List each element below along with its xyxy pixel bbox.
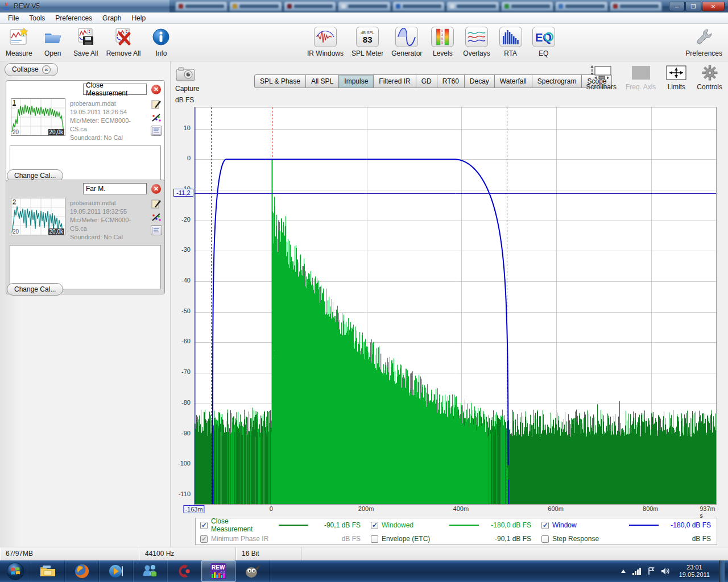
- tray-expand-icon[interactable]: [620, 568, 627, 574]
- menu-preferences[interactable]: Preferences: [51, 13, 97, 23]
- legend-checkbox-step-response[interactable]: [541, 535, 549, 543]
- info-icon: [151, 26, 171, 48]
- gear-icon: [701, 64, 718, 81]
- legend-checkbox-envelope-etc[interactable]: [371, 535, 378, 543]
- taskbar-explorer-button[interactable]: [31, 560, 65, 582]
- eq-button[interactable]: EQ EQ: [531, 26, 556, 57]
- measurement-card-2[interactable]: Far M. ✕ 2 20 20,0k proberaum.mdat: [6, 180, 165, 294]
- tab-spl-phase[interactable]: SPL & Phase: [254, 74, 306, 88]
- generator-button[interactable]: Generator: [391, 26, 422, 57]
- remove-measurement-icon[interactable]: ✕: [151, 85, 161, 94]
- action-center-flag-icon[interactable]: [647, 567, 655, 575]
- restore-button[interactable]: ❐: [685, 2, 701, 11]
- x-tick-label[interactable]: -163m: [183, 505, 204, 513]
- measure-button[interactable]: Measure: [6, 26, 32, 57]
- tab-decay[interactable]: Decay: [465, 74, 495, 88]
- tab-waterfall[interactable]: Waterfall: [495, 74, 532, 88]
- tab-all-spl[interactable]: All SPL: [306, 74, 339, 88]
- background-browser-tabs: [169, 0, 664, 13]
- measurement-info: proberaum.mdat 19.05.2011 18:26:54 Mic/M…: [70, 98, 146, 142]
- remove-all-button[interactable]: Remove All: [106, 26, 141, 57]
- collapse-chevron-icon: «: [42, 65, 51, 74]
- y-tick-label: -100: [178, 460, 191, 467]
- taskbar-firefox-button[interactable]: [65, 560, 99, 582]
- levels-button[interactable]: 0369 Levels: [430, 26, 455, 57]
- measurement-details-button[interactable]: [151, 225, 162, 235]
- show-desktop-button[interactable]: [719, 560, 725, 582]
- menu-graph[interactable]: Graph: [98, 13, 126, 23]
- preferences-button[interactable]: Preferences: [685, 26, 722, 57]
- info-button[interactable]: Info: [148, 26, 173, 57]
- limits-button[interactable]: Limits: [665, 64, 688, 91]
- measurement-name-field[interactable]: Far M.: [83, 183, 147, 194]
- legend-label: Windowed: [382, 521, 413, 529]
- trace-options-icon[interactable]: [151, 212, 162, 222]
- start-button[interactable]: [0, 560, 31, 582]
- y-tick-label: -90: [181, 430, 191, 436]
- measurement-thumbnail[interactable]: 1 20 20,0k: [11, 98, 65, 136]
- tab-rt60[interactable]: RT60: [437, 74, 465, 88]
- taskbar-gimp-button[interactable]: [235, 560, 270, 582]
- remove-icon: [113, 26, 134, 48]
- measurement-file: proberaum.mdat: [70, 199, 146, 207]
- minimize-button[interactable]: –: [669, 2, 685, 11]
- screen: REW V5 – ❐ ✕ File Tools Preferences Grap…: [0, 0, 728, 582]
- collapse-button[interactable]: Collapse«: [5, 63, 58, 76]
- overlays-button[interactable]: Overlays: [463, 26, 490, 57]
- cubase-icon: [176, 563, 192, 579]
- legend-checkbox-window[interactable]: [541, 522, 549, 529]
- volume-icon[interactable]: [661, 567, 670, 575]
- measurement-name-field[interactable]: Close Measurement: [83, 84, 147, 95]
- freq-axis-icon: [630, 64, 652, 81]
- taskbar-media-player-button[interactable]: [99, 560, 133, 582]
- background-browser-tab: [229, 1, 282, 11]
- measure-icon: [8, 26, 30, 48]
- save-icon: [75, 26, 97, 48]
- legend-checkbox-windowed[interactable]: [371, 522, 378, 529]
- tab-impulse[interactable]: Impulse: [339, 74, 374, 88]
- taskbar-rew-button[interactable]: REWv5.0: [201, 560, 235, 582]
- menu-file[interactable]: File: [3, 13, 23, 23]
- rta-button[interactable]: RTA: [498, 26, 523, 57]
- clock-time: 23:01: [679, 564, 710, 571]
- impulse-chart[interactable]: [194, 107, 717, 505]
- measurement-soundcard: Soundcard: No Cal: [70, 233, 146, 242]
- y-axis-labels: 100-10-20-30-40-50-60-70-80-90-100-110: [171, 107, 193, 504]
- trace-options-icon[interactable]: [151, 113, 162, 123]
- background-browser-tab: [175, 1, 228, 11]
- save-all-button[interactable]: Save All: [73, 26, 98, 57]
- y-tick-label: -20: [181, 216, 191, 223]
- legend-label: Minimum Phase IR: [211, 535, 268, 543]
- rew-icon: REWv5.0: [210, 563, 227, 580]
- close-button[interactable]: ✕: [702, 2, 725, 11]
- notes-pen-icon[interactable]: [151, 199, 162, 209]
- scrollbars-button[interactable]: Scrollbars: [586, 64, 617, 91]
- controls-button[interactable]: Controls: [697, 64, 722, 91]
- tab-spectrogram[interactable]: Spectrogram: [532, 74, 582, 88]
- measurement-mic: Mic/Meter: ECM8000-CS.ca: [70, 216, 146, 233]
- measurement-thumbnail[interactable]: 2 20 20,0k: [11, 198, 65, 235]
- tab-filtered-ir[interactable]: Filtered IR: [374, 74, 416, 88]
- ir-windows-button[interactable]: IR Windows: [307, 26, 344, 57]
- menu-tools[interactable]: Tools: [24, 13, 49, 23]
- open-button[interactable]: Open: [40, 26, 65, 57]
- network-signal-icon[interactable]: [632, 567, 642, 575]
- x-tick-label: 400m: [453, 505, 469, 512]
- taskbar-cubase-button[interactable]: [167, 560, 201, 582]
- spl-meter-button[interactable]: dB SPL 83 SPL Meter: [351, 26, 383, 57]
- legend-line-sample: [449, 525, 479, 526]
- notes-pen-icon[interactable]: [151, 99, 162, 110]
- legend-checkbox-close-measurement[interactable]: [200, 522, 208, 529]
- taskbar-clock[interactable]: 23:01 19.05.2011: [676, 564, 713, 579]
- tab-gd[interactable]: GD: [416, 74, 437, 88]
- svg-text:3: 3: [441, 33, 443, 36]
- menu-help[interactable]: Help: [127, 13, 150, 23]
- x-tick-label: 200m: [358, 505, 374, 512]
- taskbar-messenger-button[interactable]: [133, 560, 167, 582]
- remove-measurement-icon[interactable]: ✕: [151, 184, 161, 194]
- measurement-details-button[interactable]: [151, 126, 162, 136]
- change-cal-button-2[interactable]: Change Cal...: [7, 283, 63, 296]
- background-browser-tab: [555, 1, 607, 11]
- capture-button[interactable]: [175, 66, 215, 84]
- measurement-soundcard: Soundcard: No Cal: [70, 134, 146, 142]
